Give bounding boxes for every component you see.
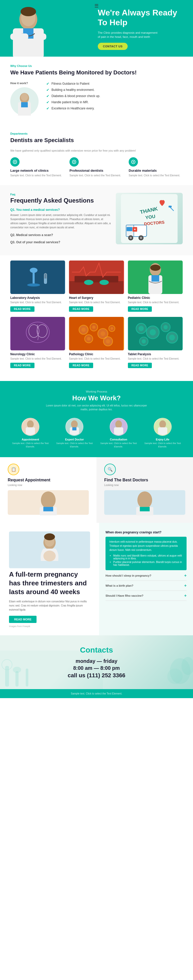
step-circle-consultation bbox=[110, 418, 128, 436]
contacts-hours-2: 8:00 am — 8:00 pm bbox=[10, 665, 183, 671]
service-card-pathology: Pathology Clinic Sample text. Click to s… bbox=[69, 317, 124, 368]
menu-icon[interactable]: ☰ bbox=[94, 3, 99, 9]
check-icon: ✔ bbox=[46, 88, 49, 92]
svg-rect-101 bbox=[5, 666, 9, 687]
why-section: Why Choose Us We Have Patients Being Mon… bbox=[0, 57, 193, 124]
read-more-neuro[interactable]: READ MORE bbox=[10, 363, 35, 368]
service-text-lab: Sample text. Click to select the Test El… bbox=[10, 301, 65, 304]
preg-other-q-label-1[interactable]: How should I sleep in pregnancy? + bbox=[105, 573, 187, 578]
pregnancy-title: A full-term pregnancy has three trimeste… bbox=[9, 570, 90, 596]
feature-item: ✔Fitness Guidance to Patient bbox=[46, 81, 100, 86]
preg-list-item-2: Purtitor placerat pulvinar elementum. Bl… bbox=[113, 561, 183, 566]
svg-point-58 bbox=[111, 327, 113, 330]
preg-faq-q[interactable]: When does pregnancy cravings start? bbox=[105, 531, 187, 534]
plus-icon-2: + bbox=[184, 583, 187, 588]
svg-point-56 bbox=[100, 331, 105, 336]
step-desc-2: Sample text. Click to select the Test El… bbox=[54, 442, 94, 448]
svg-point-65 bbox=[139, 326, 144, 331]
doctor-small-image bbox=[10, 87, 38, 116]
read-more-tablet[interactable]: READ MORE bbox=[128, 363, 152, 368]
pregnancy-read-more[interactable]: READ MORE bbox=[9, 616, 37, 623]
svg-point-45 bbox=[150, 265, 160, 271]
dept-card-1: Large network of clinics Sample text. Cl… bbox=[10, 157, 64, 177]
svg-rect-37 bbox=[70, 281, 123, 294]
read-more-lab[interactable]: READ MORE bbox=[10, 306, 35, 312]
service-card-lab: Laboratory Analysis Sample text. Click t… bbox=[10, 261, 65, 312]
svg-point-71 bbox=[169, 335, 175, 340]
svg-point-67 bbox=[150, 329, 156, 336]
doctor-image bbox=[0, 5, 57, 57]
dept-subtitle: We have gathered only qualified speciali… bbox=[10, 149, 183, 152]
step-circle-appointment bbox=[21, 418, 39, 436]
dept-card-2: Professional dentists Sample text. Click… bbox=[70, 157, 123, 177]
step-circle-enjoy bbox=[154, 418, 172, 436]
thank-you-svg: THANK YOU DOCTORS bbox=[121, 194, 177, 243]
svg-point-9 bbox=[21, 93, 28, 101]
service-title-pathology: Pathology Clinic bbox=[69, 352, 124, 356]
dept-icon-1 bbox=[10, 157, 19, 167]
read-more-pediatric[interactable]: READ MORE bbox=[128, 306, 152, 312]
svg-rect-83 bbox=[114, 427, 123, 435]
faq-q-3[interactable]: Q3. Out of your medical services? bbox=[10, 240, 111, 244]
svg-rect-28 bbox=[169, 206, 172, 207]
preg-other-q-label-3[interactable]: Should I Have Rho vaccine? + bbox=[105, 593, 187, 598]
search-icon: 🔍 bbox=[108, 467, 113, 472]
preg-faq-list: Mattis nunc sed blandit libero volutpat,… bbox=[109, 554, 183, 566]
svg-point-32 bbox=[27, 283, 40, 286]
preg-other-q-1: How should I sleep in pregnancy? + bbox=[105, 573, 187, 581]
service-text-heart: Sample text. Click to select the Test El… bbox=[69, 301, 124, 304]
read-more-heart[interactable]: READ MORE bbox=[69, 306, 93, 312]
service-title-neuro: Neurology Clinic bbox=[10, 352, 65, 356]
svg-rect-38 bbox=[75, 276, 118, 282]
read-more-pathology[interactable]: READ MORE bbox=[69, 363, 93, 368]
svg-rect-23 bbox=[127, 227, 132, 231]
find-image bbox=[104, 490, 185, 515]
faq-q-1[interactable]: Q1. You need a medical services? bbox=[10, 208, 111, 212]
check-icon: ✔ bbox=[46, 81, 49, 86]
svg-rect-11 bbox=[21, 102, 28, 107]
contact-button[interactable]: CONTACT US bbox=[98, 43, 128, 50]
request-subtitle: Looking now bbox=[8, 484, 89, 487]
service-img-neuro bbox=[10, 317, 65, 350]
svg-point-39 bbox=[84, 280, 93, 285]
clipboard-icon: 📋 bbox=[11, 467, 16, 472]
check-icon: ✔ bbox=[46, 94, 49, 98]
feature-item: ✔Handle patient body in MR. bbox=[46, 100, 100, 104]
contacts-hours-1: monday — friday bbox=[10, 658, 183, 664]
faq-q-2[interactable]: Q2. Medical services a scan? bbox=[10, 233, 111, 237]
svg-rect-80 bbox=[72, 427, 77, 430]
step-desc-4: Sample text. Click to select the Test El… bbox=[143, 442, 183, 448]
work-step-1: Appointment Sample text. Click to select… bbox=[10, 418, 50, 448]
svg-point-31 bbox=[30, 268, 38, 273]
svg-point-19 bbox=[130, 237, 132, 239]
dept-title: Dentists are Specialists bbox=[10, 137, 183, 144]
service-title-heart: Heart of Surgery bbox=[69, 296, 124, 300]
dept-card-title-1: Large network of clinics bbox=[10, 169, 64, 172]
preg-other-q-3: Should I Have Rho vaccine? + bbox=[105, 593, 187, 601]
dept-icon-3 bbox=[129, 157, 138, 167]
contacts-title: Contacts bbox=[10, 646, 183, 654]
request-title: Request Appointment bbox=[8, 478, 89, 482]
service-text-neuro: Sample text. Click to select the Test El… bbox=[10, 357, 65, 361]
check-icon: ✔ bbox=[46, 100, 49, 104]
request-icon: 📋 bbox=[8, 464, 19, 475]
service-title-pediatric: Pediatric Clinic bbox=[128, 296, 183, 300]
pregnancy-left: A full-term pregnancy has three trimeste… bbox=[0, 523, 99, 635]
why-title: We Have Patients Being Monitored by Doct… bbox=[10, 69, 183, 76]
faq-item-2: Q2. Medical services a scan? bbox=[10, 233, 111, 237]
find-subtitle: Looking now bbox=[104, 484, 185, 487]
service-card-pediatric: Pediatric Clinic Sample text. Click to s… bbox=[128, 261, 183, 312]
why-label: Why Choose Us bbox=[10, 64, 183, 67]
feature-item: ✔Diabetes & blood pressor check up. bbox=[46, 94, 100, 98]
svg-rect-44 bbox=[151, 275, 159, 282]
header-subtitle: The Clinic provides diagnosis and manage… bbox=[98, 31, 160, 39]
preg-other-q-label-2[interactable]: What is a birth plan? + bbox=[105, 583, 187, 588]
service-text-tablet: Sample text. Click to select the Test El… bbox=[128, 357, 183, 361]
footer-text: Sample text. Click to select the Text El… bbox=[10, 692, 183, 695]
dept-card-title-2: Professional dentists bbox=[70, 169, 123, 172]
service-img-tablet bbox=[128, 317, 183, 350]
work-step-3: Consultation Sample text. Click to selec… bbox=[99, 418, 139, 448]
step-title-2: Expert Doctor bbox=[54, 438, 94, 441]
contacts-phone: call us (111) 252 3366 bbox=[10, 672, 183, 679]
feature-item: ✔Building a healthy environment. bbox=[46, 88, 100, 92]
